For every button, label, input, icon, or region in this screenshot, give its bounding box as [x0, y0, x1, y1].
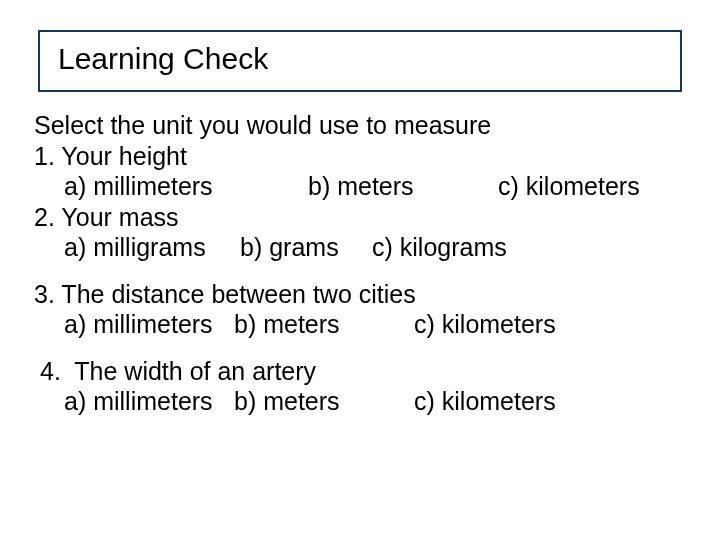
question-1-options: a) millimeters b) meters c) kilometers — [64, 171, 686, 202]
question-1-text: 1. Your height — [34, 141, 686, 172]
question-4-text: 4. The width of an artery — [34, 356, 686, 387]
question-1-num: 1. — [34, 142, 55, 170]
question-1-option-a: a) millimeters — [64, 171, 308, 202]
question-4-num: 4. — [40, 357, 61, 385]
question-2: 2. Your mass a) milligrams b) grams c) k… — [34, 202, 686, 263]
question-2-option-a: a) milligrams — [64, 232, 240, 263]
question-3: 3. The distance between two cities a) mi… — [34, 279, 686, 340]
question-1: 1. Your height a) millimeters b) meters … — [34, 141, 686, 202]
question-4: 4. The width of an artery a) millimeters… — [34, 356, 686, 417]
question-1-option-c: c) kilometers — [498, 171, 640, 202]
title-box: Learning Check — [38, 30, 682, 92]
slide: Learning Check Select the unit you would… — [0, 0, 720, 540]
question-2-option-b: b) grams — [240, 232, 372, 263]
question-4-option-a: a) millimeters — [64, 386, 234, 417]
slide-title: Learning Check — [58, 42, 662, 76]
question-3-option-b: b) meters — [234, 309, 414, 340]
question-2-options: a) milligrams b) grams c) kilograms — [64, 232, 686, 263]
prompt-text: Select the unit you would use to measure — [34, 110, 686, 141]
question-1-stem: Your height — [61, 142, 187, 170]
question-3-text: 3. The distance between two cities — [34, 279, 686, 310]
question-4-option-b: b) meters — [234, 386, 414, 417]
question-3-options: a) millimeters b) meters c) kilometers — [64, 309, 686, 340]
question-1-option-b: b) meters — [308, 171, 498, 202]
question-2-text: 2. Your mass — [34, 202, 686, 233]
question-4-stem: The width of an artery — [68, 357, 316, 385]
question-2-stem: Your mass — [61, 203, 178, 231]
question-3-option-c: c) kilometers — [414, 309, 556, 340]
question-3-stem: The distance between two cities — [61, 280, 415, 308]
question-2-num: 2. — [34, 203, 55, 231]
question-4-options: a) millimeters b) meters c) kilometers — [64, 386, 686, 417]
content-area: Select the unit you would use to measure… — [28, 110, 692, 417]
question-2-option-c: c) kilograms — [372, 232, 507, 263]
question-4-option-c: c) kilometers — [414, 386, 556, 417]
question-3-num: 3. — [34, 280, 55, 308]
question-3-option-a: a) millimeters — [64, 309, 234, 340]
